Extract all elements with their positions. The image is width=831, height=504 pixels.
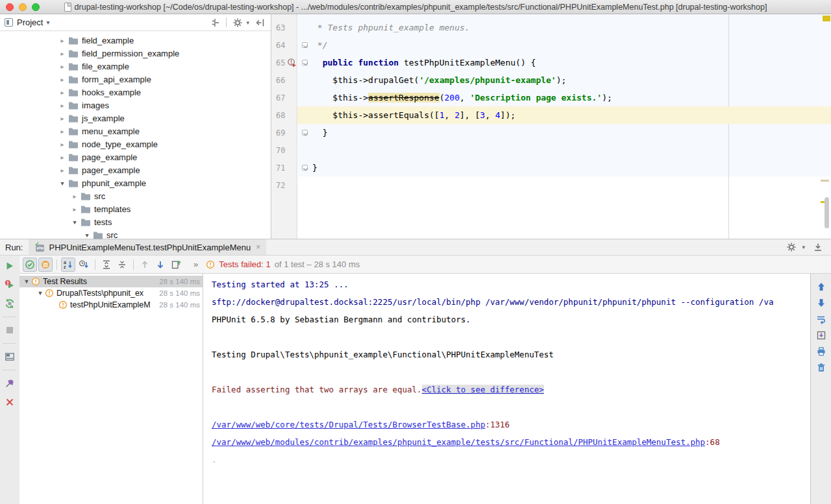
code-line[interactable]: }	[312, 159, 831, 176]
print-icon[interactable]	[815, 345, 828, 358]
chevron-right-icon[interactable]: ▸	[57, 37, 68, 44]
expand-all-icon[interactable]	[99, 258, 114, 272]
code-line[interactable]: }	[312, 124, 831, 141]
project-tree-item[interactable]: ▸file_example	[0, 60, 271, 73]
chevron-right-icon[interactable]: ▸	[57, 115, 68, 122]
project-tree-item[interactable]: ▸form_api_example	[0, 73, 271, 86]
fold-strip[interactable]	[297, 159, 312, 176]
collapse-all-icon[interactable]	[115, 258, 129, 272]
code-line[interactable]: $this->assertEquals([1, 2], [3, 4]);	[312, 106, 831, 124]
chevron-right-icon[interactable]: ▸	[57, 63, 68, 70]
chevron-down-icon[interactable]: ▼	[22, 278, 31, 285]
run-tab[interactable]: php✓ PHPUnitExampleMenuTest.testPhpUnitE…	[29, 239, 266, 255]
editor-line-number[interactable]: 63	[271, 19, 297, 36]
code-line[interactable]: $this->assertResponse(200, 'Description …	[312, 89, 831, 106]
minimize-window-button[interactable]	[19, 3, 27, 11]
editor-line-number[interactable]: 67	[271, 89, 297, 106]
editor-line-number[interactable]: 64	[271, 36, 297, 54]
sort-alphabetically-icon[interactable]: az	[61, 258, 75, 272]
down-stack-icon[interactable]	[815, 296, 828, 309]
project-tree-item[interactable]: ▸page_example	[0, 150, 271, 163]
toggle-auto-test-icon[interactable]	[3, 296, 17, 311]
project-tree-item[interactable]: ▸src	[0, 189, 271, 202]
error-stripe-mark[interactable]	[821, 180, 829, 182]
locate-file-icon[interactable]	[208, 16, 221, 29]
chevron-right-icon[interactable]: ▸	[57, 89, 68, 96]
toolbar-overflow-chevron[interactable]: »	[193, 259, 198, 269]
restore-layout-icon[interactable]	[3, 350, 17, 364]
sort-by-duration-icon[interactable]	[77, 258, 91, 272]
close-tab-icon[interactable]: ×	[256, 243, 260, 252]
chevron-down-icon[interactable]: ▾	[82, 232, 92, 239]
up-stack-icon[interactable]	[815, 280, 828, 293]
project-tree-item[interactable]: ▸templates	[0, 202, 271, 215]
chevron-right-icon[interactable]: ▸	[57, 141, 68, 148]
console-link[interactable]: /var/www/web/modules/contrib/examples/ph…	[212, 437, 705, 447]
code-line[interactable]: public function testPhpUnitExampleMenu()…	[312, 54, 831, 71]
gear-icon[interactable]	[785, 241, 798, 254]
chevron-right-icon[interactable]: ▸	[69, 193, 80, 200]
project-tree-item[interactable]: ▸hooks_example	[0, 86, 271, 99]
project-tree-item[interactable]: ▸menu_example	[0, 125, 271, 138]
scroll-to-end-icon[interactable]	[815, 329, 828, 342]
console-link[interactable]: <Click to see difference>	[422, 385, 544, 394]
fold-marker-icon[interactable]	[302, 165, 308, 171]
editor-line-number[interactable]: 68	[271, 106, 297, 124]
fold-marker-icon[interactable]	[302, 60, 308, 66]
chevron-right-icon[interactable]: ▸	[57, 76, 68, 83]
editor-line-number[interactable]: 69	[271, 124, 297, 141]
fold-marker-icon[interactable]	[302, 130, 308, 136]
fold-strip[interactable]	[297, 124, 312, 141]
inspection-indicator[interactable]	[823, 16, 830, 21]
chevron-down-icon[interactable]: ▾	[57, 180, 68, 187]
test-tree-item[interactable]: ▼Drupal\Tests\phpunit_ex28 s 140 ms	[19, 287, 203, 299]
chevron-right-icon[interactable]: ▸	[57, 167, 68, 174]
chevron-down-icon[interactable]: ▼	[36, 290, 45, 296]
chevron-right-icon[interactable]: ▸	[57, 50, 68, 57]
import-test-results-icon[interactable]	[169, 258, 183, 272]
console-link[interactable]: /var/www/web/core/tests/Drupal/Tests/Bro…	[212, 420, 485, 429]
test-tree-item[interactable]: ▼Test Results28 s 140 ms	[19, 276, 203, 287]
chevron-down-icon[interactable]: ▾	[46, 19, 49, 26]
show-ignored-icon[interactable]	[38, 258, 53, 272]
collapse-panel-icon[interactable]	[254, 16, 267, 29]
next-failed-icon[interactable]	[153, 258, 167, 272]
soft-wrap-icon[interactable]	[815, 313, 828, 326]
code-line[interactable]: */	[312, 36, 831, 54]
chevron-right-icon[interactable]: ▸	[57, 128, 68, 135]
project-tree-item[interactable]: ▸field_example	[0, 34, 271, 47]
editor-line-number[interactable]: 70	[271, 141, 297, 159]
close-window-button[interactable]	[6, 3, 14, 11]
test-tree-item[interactable]: testPhpUnitExampleM28 s 140 ms	[19, 299, 203, 311]
previous-failed-icon[interactable]	[138, 258, 152, 272]
project-tree-item[interactable]: ▸js_example	[0, 112, 271, 125]
project-panel-title[interactable]: Project	[17, 18, 43, 27]
editor[interactable]: 63 * Tests phpunit_example menus.64 */65…	[271, 14, 831, 239]
fold-marker-icon[interactable]	[302, 42, 308, 48]
gear-icon[interactable]	[231, 16, 244, 29]
project-tree-item[interactable]: ▾tests	[0, 215, 271, 228]
fold-strip[interactable]	[297, 36, 312, 54]
editor-line-number[interactable]: 65	[271, 54, 297, 71]
project-tree-item[interactable]: ▸pager_example	[0, 163, 271, 176]
hide-panel-icon[interactable]	[812, 241, 825, 254]
code-line[interactable]: $this->drupalGet('/examples/phpunit-exam…	[312, 71, 831, 89]
editor-scrollbar[interactable]	[825, 197, 829, 228]
chevron-right-icon[interactable]: ▸	[57, 154, 68, 161]
editor-line-number[interactable]: 71	[271, 159, 297, 176]
chevron-down-icon[interactable]: ▾	[69, 219, 80, 226]
project-tree-item[interactable]: ▸field_permission_example	[0, 47, 271, 60]
clear-all-icon[interactable]	[815, 361, 828, 374]
rerun-icon[interactable]	[3, 259, 17, 273]
code-line[interactable]: * Tests phpunit_example menus.	[312, 19, 831, 36]
editor-line-number[interactable]: 66	[271, 71, 297, 89]
chevron-right-icon[interactable]: ▸	[69, 206, 80, 213]
pin-icon[interactable]	[3, 376, 17, 390]
chevron-right-icon[interactable]: ▸	[57, 102, 68, 109]
project-tree-item[interactable]: ▾phpunit_example	[0, 176, 271, 189]
close-icon[interactable]	[3, 395, 17, 409]
show-passed-icon[interactable]	[23, 258, 37, 272]
project-tree-item[interactable]: ▸images	[0, 99, 271, 112]
zoom-window-button[interactable]	[32, 3, 40, 11]
fold-strip[interactable]	[297, 54, 312, 71]
